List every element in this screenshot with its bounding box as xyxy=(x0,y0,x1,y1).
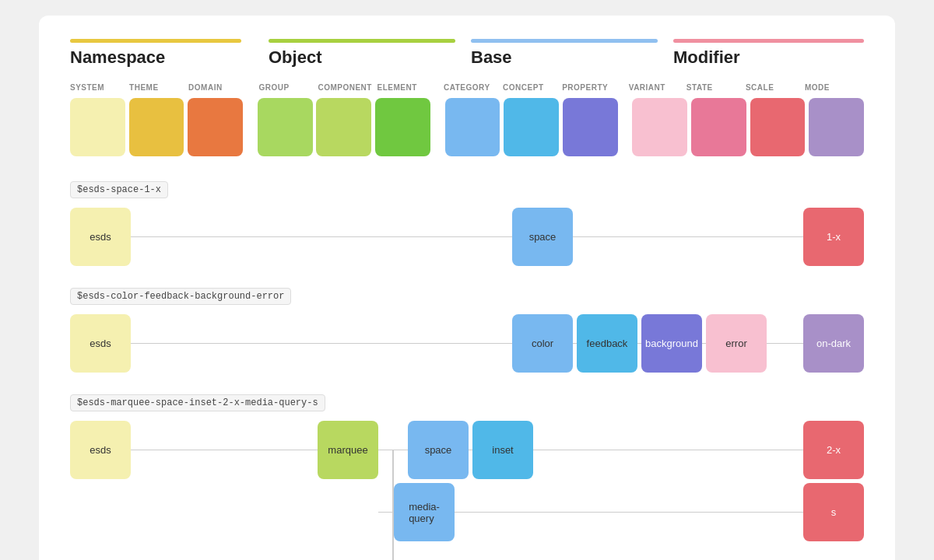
base-section: Base xyxy=(471,39,673,75)
box-variant xyxy=(632,98,687,156)
token-label-3: $esds-marquee-space-inset-2-x-media-quer… xyxy=(70,394,325,411)
object-section: Object xyxy=(269,39,471,75)
label-property: PROPERTY xyxy=(562,83,617,92)
token2-system: esds xyxy=(70,314,131,373)
label-concept: CONCEPT xyxy=(503,83,562,92)
header-row: Namespace Object Base Modifier xyxy=(70,39,864,75)
token-row-1: $esds-space-1-x esds space 1-x xyxy=(70,181,864,266)
token3-component: marquee xyxy=(318,421,378,479)
token3-line3 xyxy=(394,450,408,451)
label-category: CATEGORY xyxy=(444,83,503,92)
token2-line5 xyxy=(767,343,803,345)
token3-scale2: s xyxy=(803,483,864,541)
modifier-section: Modifier xyxy=(673,39,864,75)
label-scale: SCALE xyxy=(746,83,805,92)
token-boxes-3: esds marquee xyxy=(70,421,864,541)
box-scale xyxy=(750,98,806,156)
box-element xyxy=(375,98,430,156)
column-labels-row: SYSTEM THEME DOMAIN GROUP COMPONENT ELEM… xyxy=(70,83,864,92)
base-title: Base xyxy=(471,47,673,68)
token1-system: esds xyxy=(70,208,131,266)
token3-category1: space xyxy=(408,421,469,479)
token-row-3: $esds-marquee-space-inset-2-x-media-quer… xyxy=(70,394,864,541)
object-bar xyxy=(269,39,455,43)
modifier-bar xyxy=(673,39,864,43)
token3-line5 xyxy=(533,450,803,451)
box-component xyxy=(316,98,371,156)
token3-scale1: 2-x xyxy=(803,421,864,479)
palette-row xyxy=(70,98,864,156)
token3-line6 xyxy=(378,512,394,513)
box-mode xyxy=(809,98,864,156)
token3-line2 xyxy=(378,450,392,451)
label-component: COMPONENT xyxy=(318,83,377,92)
token-label-2: $esds-color-feedback-background-error xyxy=(70,288,291,305)
label-variant: VARIANT xyxy=(629,83,686,92)
token3-branch-col: space inset 2-x media-query s xyxy=(378,421,864,541)
main-container: Namespace Object Base Modifier SYSTEM TH… xyxy=(39,16,895,560)
token2-property: background xyxy=(641,314,702,373)
token3-category2: media-query xyxy=(394,483,455,541)
token3-comp-wrap: marquee xyxy=(318,421,378,479)
token3-system-col: esds xyxy=(70,421,131,479)
token2-concept: feedback xyxy=(577,314,637,373)
object-title: Object xyxy=(269,47,471,68)
box-theme xyxy=(129,98,184,156)
token-boxes-2: esds color feedback background error on-… xyxy=(70,314,864,373)
label-theme: THEME xyxy=(129,83,188,92)
token-label-1: $esds-space-1-x xyxy=(70,181,168,198)
token3-row2: media-query s xyxy=(378,483,864,541)
label-system: SYSTEM xyxy=(70,83,129,92)
namespace-bar xyxy=(70,39,241,43)
token2-mode: on-dark xyxy=(803,314,864,373)
token1-category: space xyxy=(512,208,573,266)
token3-concept1: inset xyxy=(472,421,533,479)
label-domain: DOMAIN xyxy=(188,83,248,92)
box-concept xyxy=(504,98,559,156)
box-property xyxy=(563,98,618,156)
token1-scale: 1-x xyxy=(803,208,864,266)
label-mode: MODE xyxy=(805,83,864,92)
token3-branches: space inset 2-x media-query s xyxy=(378,421,864,541)
label-group: GROUP xyxy=(258,83,318,92)
token3-row1: space inset 2-x xyxy=(378,421,864,479)
box-state xyxy=(691,98,746,156)
label-element: ELEMENT xyxy=(377,83,433,92)
box-category xyxy=(445,98,500,156)
token3-l1-wrap xyxy=(131,421,318,479)
token3-system: esds xyxy=(70,421,131,479)
box-domain xyxy=(188,98,243,156)
base-bar xyxy=(471,39,658,43)
token2-category: color xyxy=(512,314,573,373)
token3-line7 xyxy=(455,512,803,513)
namespace-section: Namespace xyxy=(70,39,269,75)
token1-line1 xyxy=(131,236,512,238)
token1-line2 xyxy=(573,236,803,238)
token2-line1 xyxy=(131,343,512,345)
box-group xyxy=(258,98,313,156)
token3-line1 xyxy=(131,450,318,451)
box-system xyxy=(70,98,125,156)
token-boxes-1: esds space 1-x xyxy=(70,208,864,266)
token2-variant: error xyxy=(706,314,767,373)
token-row-2: $esds-color-feedback-background-error es… xyxy=(70,288,864,373)
modifier-title: Modifier xyxy=(673,47,864,68)
token3-vline xyxy=(392,450,394,560)
label-state: STATE xyxy=(686,83,746,92)
namespace-title: Namespace xyxy=(70,47,269,68)
